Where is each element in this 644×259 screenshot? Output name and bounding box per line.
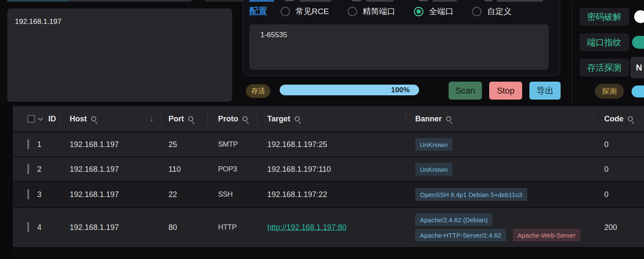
column-divider — [594, 113, 594, 125]
export-button[interactable]: 导出 — [529, 82, 561, 100]
clipped-button-fragment — [205, 0, 245, 2]
cell-host: 192.168.1.197 — [70, 165, 119, 174]
table-row[interactable]: 3 192.168.1.197 22 SSH 192.168.1.197:22 … — [13, 182, 644, 207]
table-row[interactable]: 2 192.168.1.197 110 POP3 192.168.1.197:1… — [13, 157, 644, 181]
port-fingerprint-toggle[interactable] — [632, 36, 644, 49]
radio-custom[interactable]: 自定义 — [472, 6, 511, 17]
cell-host: 192.168.1.197 — [70, 140, 119, 149]
column-divider — [161, 113, 161, 125]
banner-badge-stack: Apache/2.4.62 (Debian) Apache-HTTP-Serve… — [415, 213, 580, 241]
column-header-proto: Proto — [218, 115, 238, 124]
cell-port: 110 — [168, 165, 181, 174]
search-icon[interactable] — [446, 116, 451, 121]
targets-input[interactable]: 192.168.1.197 — [7, 9, 232, 102]
column-divider — [60, 113, 60, 125]
cell-port: 80 — [168, 223, 177, 232]
column-header-id: ID — [48, 115, 56, 124]
cell-code: 0 — [604, 140, 609, 149]
password-crack-toggle[interactable] — [634, 10, 644, 23]
alive-detect-mode-select[interactable]: N — [630, 57, 644, 78]
tools-panel-divider — [572, 3, 572, 103]
password-crack-button[interactable]: 密码破解 — [579, 8, 629, 26]
cell-host: 192.168.1.197 — [70, 190, 119, 199]
probe-pill: 探测 — [595, 84, 624, 99]
ports-range-input[interactable]: 1-65535 — [249, 24, 549, 70]
cell-port: 25 — [168, 140, 177, 149]
search-icon[interactable] — [188, 116, 193, 121]
scan-progress-bar: 100% — [280, 85, 419, 95]
banner-badge: UnKnown — [415, 163, 452, 176]
clipped-checkbox-fragment — [484, 0, 492, 1]
row-checkbox[interactable] — [27, 222, 29, 233]
probe-toggle[interactable] — [632, 85, 644, 97]
column-header-banner: Banner — [415, 115, 442, 124]
banner-badge: UnKnown — [415, 138, 452, 151]
cell-target: 192.168.1.197:22 — [267, 190, 327, 199]
scan-button[interactable]: Scan — [449, 82, 482, 100]
column-header-target: Target — [267, 115, 290, 124]
radio-lite-ports[interactable]: 精简端口 — [348, 6, 395, 17]
cell-proto: SMTP — [218, 140, 238, 149]
chevron-down-icon[interactable] — [38, 115, 43, 121]
cell-proto: POP3 — [218, 165, 237, 174]
column-header-code: Code — [604, 115, 623, 124]
cell-port: 22 — [168, 190, 177, 199]
radio-circle-icon — [472, 7, 482, 16]
cell-proto: SSH — [218, 190, 233, 199]
cell-code: 0 — [604, 190, 609, 199]
column-divider — [405, 113, 406, 125]
banner-badge: Apache/2.4.62 (Debian) — [415, 213, 492, 226]
port-fingerprint-button[interactable]: 端口指纹 — [579, 33, 629, 51]
radio-all-ports[interactable]: 全端口 — [414, 6, 453, 17]
clipped-radio-fragment — [352, 0, 361, 1]
banner-badge: Apache-HTTP-Server/2.4.62 — [415, 229, 506, 241]
row-checkbox[interactable] — [27, 139, 29, 150]
stop-button[interactable]: Stop — [489, 82, 522, 100]
banner-badge-warning: Apache-Web-Server — [513, 229, 580, 241]
search-icon[interactable] — [91, 116, 96, 121]
search-icon[interactable] — [295, 116, 300, 121]
cell-host: 192.168.1.197 — [70, 223, 119, 232]
radio-common-rce[interactable]: 常见RCE — [281, 6, 329, 17]
clipped-radio-label-fragment — [433, 0, 457, 2]
clipped-radio-label-fragment — [300, 0, 331, 2]
column-divider — [257, 113, 257, 125]
clipped-progress-bar-fragment — [7, 0, 192, 2]
cell-id: 2 — [37, 165, 41, 174]
search-icon[interactable] — [242, 116, 248, 121]
clipped-radio-fragment — [285, 0, 294, 1]
radio-circle-icon — [348, 7, 357, 16]
cell-target: 192.168.1.197:110 — [267, 165, 331, 174]
row-checkbox[interactable] — [27, 164, 29, 174]
banner-badge: OpenSSH 8.4p1 Debian 5+deb11u3 — [415, 188, 527, 201]
table-left-gutter — [0, 106, 13, 259]
radio-checked-icon — [414, 7, 423, 16]
cell-code: 0 — [604, 165, 609, 174]
port-preset-radio-group: 常见RCE 精简端口 全端口 自定义 — [281, 4, 511, 19]
cell-code: 200 — [604, 223, 617, 232]
cell-target: 192.168.1.197:25 — [267, 140, 327, 149]
select-all-checkbox[interactable] — [27, 115, 35, 123]
table-header-row: ID Host ↓ Port Proto Target — [13, 106, 644, 132]
cell-proto: HTTP — [218, 223, 236, 232]
results-table: ID Host ↓ Port Proto Target — [13, 106, 644, 259]
sort-descending-icon[interactable]: ↓ — [150, 115, 154, 124]
cell-id: 1 — [37, 140, 41, 149]
column-header-host: Host — [70, 115, 87, 124]
progress-percent-label: 100% — [391, 86, 410, 94]
table-row[interactable]: 4 192.168.1.197 80 HTTP http://192.168.1… — [13, 208, 644, 247]
table-row[interactable]: 1 192.168.1.197 25 SMTP 192.168.1.197:25… — [13, 132, 644, 156]
cell-id: 3 — [37, 190, 41, 199]
clipped-radio-label-fragment — [366, 0, 393, 2]
target-url-link[interactable]: http://192.168.1.197:80 — [267, 223, 346, 232]
alive-count-pill: 存活 — [246, 84, 270, 98]
clipped-radio-fragment — [419, 0, 428, 1]
config-row-label: 配置 — [249, 5, 267, 17]
row-checkbox[interactable] — [27, 189, 29, 200]
radio-circle-icon — [281, 7, 290, 16]
alive-detect-button[interactable]: 存活探测 — [579, 59, 629, 77]
clipped-checkbox-label-fragment — [497, 0, 543, 2]
cell-id: 4 — [37, 223, 41, 232]
search-icon[interactable] — [628, 116, 633, 121]
column-divider — [207, 113, 208, 125]
